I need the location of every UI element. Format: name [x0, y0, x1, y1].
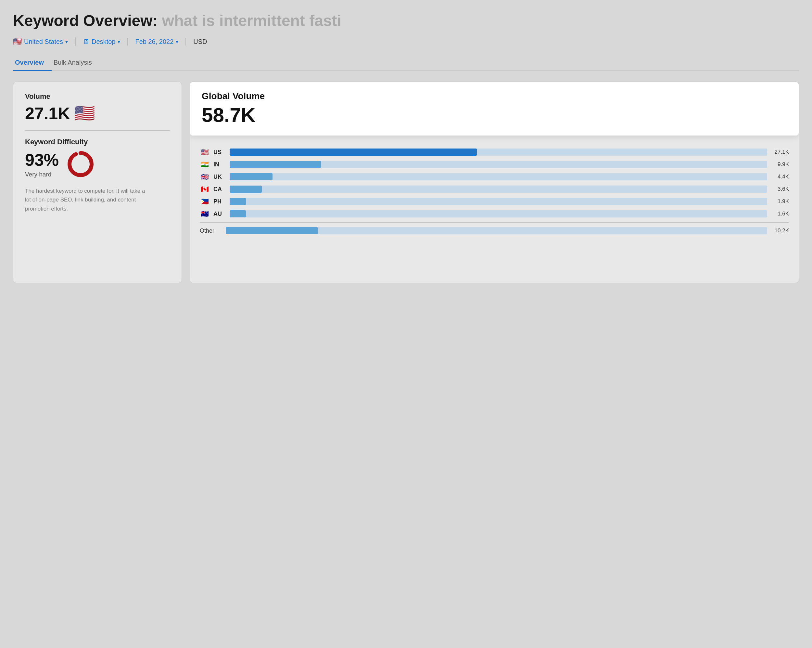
title-bold: Keyword Overview:: [13, 12, 158, 29]
kd-label: Keyword Difficulty: [25, 138, 170, 146]
volume-value: 27.1K 🇺🇸: [25, 103, 170, 123]
currency-display: USD: [193, 38, 214, 46]
svg-point-1: [70, 153, 92, 175]
country-value: 3.6K: [771, 186, 789, 193]
volume-flag-icon: 🇺🇸: [74, 103, 95, 123]
volume-number: 27.1K: [25, 104, 70, 123]
country-code: AU: [214, 211, 226, 217]
country-value: 4.4K: [771, 174, 789, 180]
device-chevron-icon: ▾: [118, 39, 120, 45]
cards-row: Volume 27.1K 🇺🇸 Keyword Difficulty 93% V…: [13, 82, 799, 283]
date-chevron-icon: ▾: [176, 39, 178, 45]
global-volume-label: Global Volume: [202, 91, 787, 101]
other-row: Other 10.2K: [200, 227, 789, 234]
country-value: 1.6K: [771, 211, 789, 217]
bar-fill: [230, 210, 246, 217]
country-code: IN: [214, 161, 226, 168]
region-chevron-icon: ▾: [65, 39, 68, 45]
region-selector[interactable]: 🇺🇸 United States ▾: [13, 37, 76, 46]
country-code: US: [214, 149, 226, 156]
country-code: UK: [214, 174, 226, 180]
bar-background: [230, 161, 767, 168]
bar-background: [230, 186, 767, 193]
tab-bulk-analysis[interactable]: Bulk Analysis: [52, 55, 100, 71]
kd-sub: Very hard: [25, 171, 59, 178]
kd-description: The hardest keyword to compete for. It w…: [25, 186, 148, 213]
bar-background: [230, 148, 767, 156]
other-bar-background: [226, 227, 767, 234]
date-selector[interactable]: Feb 26, 2022 ▾: [135, 38, 186, 46]
page-title: Keyword Overview: what is intermittent f…: [13, 12, 799, 29]
country-row: 🇵🇭 PH 1.9K: [200, 197, 789, 205]
bar-fill: [230, 148, 477, 156]
device-selector[interactable]: 🖥 Desktop ▾: [83, 38, 128, 46]
other-label: Other: [200, 228, 222, 234]
country-code: CA: [214, 186, 226, 193]
toolbar: 🇺🇸 United States ▾ 🖥 Desktop ▾ Feb 26, 2…: [13, 37, 799, 46]
bar-fill: [230, 186, 262, 193]
global-volume-value: 58.7K: [202, 103, 787, 127]
country-flag-icon: 🇦🇺: [200, 210, 209, 218]
country-value: 1.9K: [771, 198, 789, 205]
kd-number-block: 93% Very hard: [25, 150, 59, 178]
country-flag-icon: 🇬🇧: [200, 173, 209, 181]
countries-divider: [200, 222, 789, 223]
kd-donut-chart: [66, 150, 95, 179]
us-flag-icon: 🇺🇸: [13, 37, 22, 46]
kd-row: 93% Very hard: [25, 150, 170, 179]
region-label: United States: [24, 38, 63, 46]
title-keyword: what is intermittent fasti: [162, 12, 341, 29]
country-flag-icon: 🇺🇸: [200, 148, 209, 156]
country-flag-icon: 🇨🇦: [200, 185, 209, 193]
right-card: Global Volume 58.7K 🇺🇸 US 27.1K 🇮🇳 IN 9.…: [190, 82, 799, 283]
country-code: PH: [214, 198, 226, 205]
date-label: Feb 26, 2022: [135, 38, 174, 46]
card-divider: [25, 130, 170, 131]
country-list: 🇺🇸 US 27.1K 🇮🇳 IN 9.9K 🇬🇧 UK 4.4K 🇨🇦 CA …: [190, 143, 799, 247]
country-row: 🇦🇺 AU 1.6K: [200, 210, 789, 218]
country-row: 🇬🇧 UK 4.4K: [200, 173, 789, 181]
global-volume-popup: Global Volume 58.7K: [190, 82, 799, 136]
monitor-icon: 🖥: [83, 38, 89, 46]
tab-overview[interactable]: Overview: [13, 55, 52, 71]
other-bar-fill: [226, 227, 317, 234]
bar-background: [230, 210, 767, 217]
country-value: 27.1K: [771, 149, 789, 155]
bar-fill: [230, 173, 273, 180]
bar-fill: [230, 161, 321, 168]
currency-label: USD: [193, 38, 207, 46]
country-flag-icon: 🇵🇭: [200, 197, 209, 205]
country-row: 🇨🇦 CA 3.6K: [200, 185, 789, 193]
left-card: Volume 27.1K 🇺🇸 Keyword Difficulty 93% V…: [13, 82, 182, 283]
other-value: 10.2K: [771, 228, 789, 234]
tabs-bar: Overview Bulk Analysis: [13, 55, 799, 71]
country-flag-icon: 🇮🇳: [200, 160, 209, 168]
bar-fill: [230, 198, 246, 205]
country-row: 🇺🇸 US 27.1K: [200, 148, 789, 156]
bar-background: [230, 198, 767, 205]
device-label: Desktop: [92, 38, 115, 46]
bar-background: [230, 173, 767, 180]
country-value: 9.9K: [771, 161, 789, 168]
country-row: 🇮🇳 IN 9.9K: [200, 160, 789, 168]
volume-label: Volume: [25, 92, 170, 101]
kd-value: 93%: [25, 150, 59, 170]
